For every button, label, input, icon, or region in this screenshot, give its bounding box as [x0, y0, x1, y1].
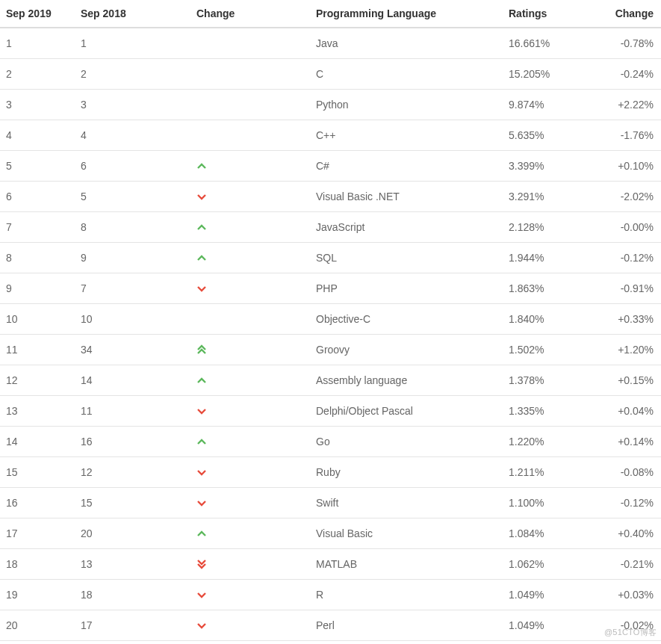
cell-sep2018: 2	[75, 59, 190, 90]
cell-language: SQL	[310, 243, 503, 273]
chevron-up-icon	[196, 223, 304, 232]
chevron-down-icon	[196, 468, 304, 477]
cell-language: Swift	[310, 488, 503, 518]
cell-trend	[190, 396, 310, 427]
cell-sep2019: 8	[0, 243, 75, 273]
chevron-down-icon	[196, 590, 304, 600]
double-chevron-down-icon	[196, 559, 304, 569]
cell-ratings: 16.661%	[503, 28, 600, 59]
cell-sep2018: 8	[75, 212, 190, 243]
table-row: 1134Groovy1.502%+1.20%	[0, 335, 661, 365]
cell-language: PHP	[310, 273, 503, 304]
cell-trend	[190, 427, 310, 457]
table-row: 1720Visual Basic1.084%+0.40%	[0, 518, 661, 549]
cell-sep2019: 15	[0, 457, 75, 488]
cell-sep2019: 13	[0, 396, 75, 427]
cell-sep2019: 18	[0, 549, 75, 580]
cell-ratings: 9.874%	[503, 90, 600, 120]
cell-ratings: 2.128%	[503, 212, 600, 243]
table-row: 89SQL1.944%-0.12%	[0, 243, 661, 273]
cell-change: -0.12%	[600, 488, 661, 518]
cell-language: Groovy	[310, 335, 503, 365]
cell-trend	[190, 365, 310, 396]
cell-language: C#	[310, 151, 503, 182]
double-chevron-up-icon	[196, 344, 304, 355]
cell-change: +0.04%	[600, 396, 661, 427]
cell-language: R	[310, 580, 503, 610]
cell-ratings: 1.863%	[503, 273, 600, 304]
table-row: 65Visual Basic .NET3.291%-2.02%	[0, 182, 661, 212]
cell-sep2019: 14	[0, 427, 75, 457]
chevron-up-icon	[196, 161, 304, 171]
cell-change: -0.91%	[600, 273, 661, 304]
cell-language: C++	[310, 120, 503, 151]
cell-sep2019: 20	[0, 610, 75, 641]
table-row: 11Java16.661%-0.78%	[0, 28, 661, 59]
cell-trend	[190, 610, 310, 641]
cell-trend	[190, 90, 310, 120]
header-sep2019: Sep 2019	[0, 0, 75, 28]
cell-change: -1.76%	[600, 120, 661, 151]
cell-ratings: 1.049%	[503, 580, 600, 610]
cell-sep2019: 11	[0, 335, 75, 365]
header-sep2018: Sep 2018	[75, 0, 190, 28]
cell-sep2019: 7	[0, 212, 75, 243]
table-row: 78JavaScript2.128%-0.00%	[0, 212, 661, 243]
cell-sep2018: 6	[75, 151, 190, 182]
cell-sep2018: 11	[75, 396, 190, 427]
cell-sep2019: 1	[0, 28, 75, 59]
cell-trend	[190, 457, 310, 488]
cell-trend	[190, 549, 310, 580]
cell-ratings: 1.084%	[503, 518, 600, 549]
cell-ratings: 1.211%	[503, 457, 600, 488]
cell-language: Go	[310, 427, 503, 457]
chevron-down-icon	[196, 406, 304, 416]
cell-sep2018: 20	[75, 518, 190, 549]
chevron-down-icon	[196, 284, 304, 294]
cell-ratings: 5.635%	[503, 120, 600, 151]
cell-sep2019: 6	[0, 182, 75, 212]
chevron-up-icon	[196, 437, 304, 447]
cell-trend	[190, 335, 310, 365]
cell-trend	[190, 580, 310, 610]
cell-trend	[190, 212, 310, 243]
cell-ratings: 1.502%	[503, 335, 600, 365]
table-row: 56C#3.399%+0.10%	[0, 151, 661, 182]
cell-change: -2.02%	[600, 182, 661, 212]
cell-sep2018: 3	[75, 90, 190, 120]
cell-trend	[190, 120, 310, 151]
ranking-table: Sep 2019 Sep 2018 Change Programming Lan…	[0, 0, 661, 641]
cell-ratings: 1.378%	[503, 365, 600, 396]
chevron-up-icon	[196, 529, 304, 539]
cell-change: +2.22%	[600, 90, 661, 120]
cell-ratings: 3.291%	[503, 182, 600, 212]
cell-change: -0.78%	[600, 28, 661, 59]
cell-language: Visual Basic .NET	[310, 182, 503, 212]
cell-language: C	[310, 59, 503, 90]
table-row: 1416Go1.220%+0.14%	[0, 427, 661, 457]
header-ratings: Ratings	[503, 0, 600, 28]
cell-language: JavaScript	[310, 212, 503, 243]
chevron-down-icon	[196, 498, 304, 508]
cell-sep2018: 34	[75, 335, 190, 365]
cell-trend	[190, 151, 310, 182]
cell-ratings: 1.335%	[503, 396, 600, 427]
table-row: 1512Ruby1.211%-0.08%	[0, 457, 661, 488]
cell-sep2018: 12	[75, 457, 190, 488]
cell-sep2018: 14	[75, 365, 190, 396]
cell-sep2018: 16	[75, 427, 190, 457]
table-row: 97PHP1.863%-0.91%	[0, 273, 661, 304]
cell-sep2019: 17	[0, 518, 75, 549]
cell-change: +1.20%	[600, 335, 661, 365]
cell-sep2019: 10	[0, 304, 75, 335]
table-row: 1615Swift1.100%-0.12%	[0, 488, 661, 518]
cell-language: Delphi/Object Pascal	[310, 396, 503, 427]
cell-change: +0.15%	[600, 365, 661, 396]
cell-language: MATLAB	[310, 549, 503, 580]
cell-language: Objective-C	[310, 304, 503, 335]
cell-trend	[190, 59, 310, 90]
cell-language: Java	[310, 28, 503, 59]
cell-sep2018: 5	[75, 182, 190, 212]
header-language: Programming Language	[310, 0, 503, 28]
cell-language: Visual Basic	[310, 518, 503, 549]
